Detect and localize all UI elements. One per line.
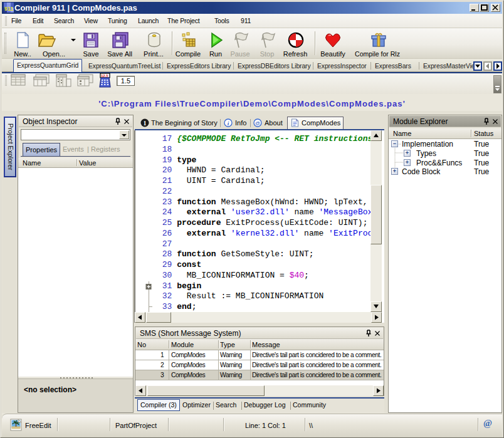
svg-text:@: @ — [255, 120, 260, 126]
svg-text:12.5: 12.5 — [101, 74, 108, 78]
svg-text:1: 1 — [144, 120, 147, 127]
svg-text:911: 911 — [4, 6, 14, 12]
